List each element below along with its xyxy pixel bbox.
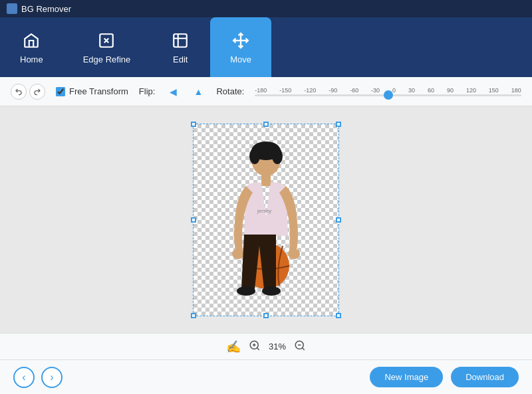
handle-top-right[interactable] xyxy=(336,122,341,127)
redo-button[interactable] xyxy=(29,84,45,100)
svg-point-12 xyxy=(237,286,255,296)
zoom-out-icon[interactable] xyxy=(294,340,306,354)
zoom-percent: 31% xyxy=(269,342,286,351)
zoom-bar: ✍ 31% xyxy=(0,333,532,359)
svg-point-7 xyxy=(272,148,283,164)
canvas-area: jersey xyxy=(0,106,532,333)
handle-bottom-middle[interactable] xyxy=(263,313,269,318)
svg-line-20 xyxy=(303,347,305,349)
svg-point-13 xyxy=(262,286,281,296)
nav-label-edit: Edit xyxy=(173,54,188,64)
toolbar: Free Transform Flip: ◀ ▲ Rotate: -180 -1… xyxy=(0,77,532,106)
svg-point-6 xyxy=(249,148,260,164)
handle-bottom-right[interactable] xyxy=(336,313,341,318)
nav-item-move[interactable]: Move xyxy=(210,17,271,77)
flip-label: Flip: xyxy=(139,86,156,96)
next-button[interactable]: › xyxy=(41,367,63,388)
svg-text:jersey: jersey xyxy=(257,208,271,214)
nav-arrows: ‹ › xyxy=(13,367,63,388)
svg-rect-1 xyxy=(174,34,188,47)
flip-horizontal-button[interactable]: ◀ xyxy=(166,84,180,99)
download-button[interactable]: Download xyxy=(451,367,519,387)
handle-middle-right[interactable] xyxy=(336,217,341,223)
action-buttons: New Image Download xyxy=(370,367,519,387)
title-bar: BG Remover xyxy=(0,0,532,17)
rotate-label: Rotate: xyxy=(216,86,244,96)
free-transform-checkbox-label[interactable]: Free Transform xyxy=(56,86,128,96)
bottom-bar: ‹ › New Image Download xyxy=(0,359,532,394)
edit-icon xyxy=(170,31,190,50)
nav-label-edge-refine: Edge Refine xyxy=(83,54,131,64)
svg-rect-8 xyxy=(261,174,271,186)
rotate-slider[interactable] xyxy=(255,94,521,96)
free-transform-checkbox[interactable] xyxy=(56,87,65,96)
nav-label-move: Move xyxy=(230,54,251,64)
rotate-ruler-container: -180 -150 -120 -90 -60 -30 0 30 60 90 12… xyxy=(255,87,521,96)
move-icon xyxy=(231,31,251,50)
nav-bar: Home Edge Refine Edit Move xyxy=(0,17,532,77)
handle-middle-left[interactable] xyxy=(191,217,196,223)
svg-point-10 xyxy=(288,248,300,259)
drag-icon[interactable]: ✍ xyxy=(226,340,241,354)
handle-bottom-left[interactable] xyxy=(191,313,196,318)
app-icon xyxy=(7,3,17,14)
nav-item-edge-refine[interactable]: Edge Refine xyxy=(63,17,151,77)
flip-vertical-button[interactable]: ▲ xyxy=(191,84,205,99)
undo-redo-group xyxy=(11,84,45,100)
subject-image: jersey xyxy=(209,136,323,316)
free-transform-label: Free Transform xyxy=(69,86,128,96)
edge-refine-icon xyxy=(96,31,116,50)
handle-top-middle[interactable] xyxy=(263,122,269,127)
previous-button[interactable]: ‹ xyxy=(13,367,35,388)
svg-line-16 xyxy=(257,347,259,349)
undo-button[interactable] xyxy=(11,84,27,100)
zoom-in-icon[interactable] xyxy=(249,340,261,354)
home-icon xyxy=(21,31,41,50)
svg-point-9 xyxy=(232,248,244,259)
image-container[interactable]: jersey xyxy=(193,124,339,316)
handle-top-left[interactable] xyxy=(191,122,196,127)
nav-item-edit[interactable]: Edit xyxy=(150,17,210,77)
new-image-button[interactable]: New Image xyxy=(370,367,443,387)
nav-item-home[interactable]: Home xyxy=(0,17,63,77)
nav-label-home: Home xyxy=(20,54,43,64)
app-title: BG Remover xyxy=(21,4,71,14)
